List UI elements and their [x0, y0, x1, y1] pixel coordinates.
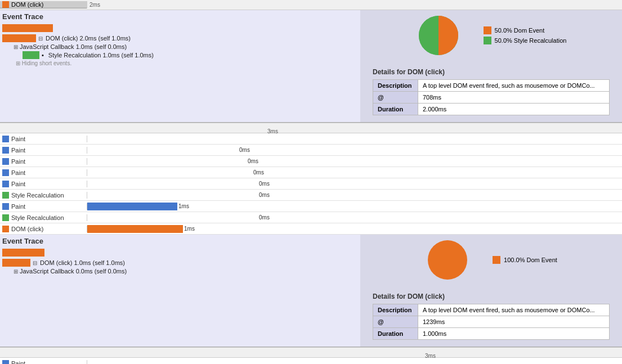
tl-label-text-1-3: Paint	[11, 169, 25, 176]
tl-color-1-5	[2, 192, 9, 199]
tl-label-text-1-0: Paint	[11, 136, 25, 142]
tl-bar-area-1-1: 0ms	[87, 145, 622, 155]
style-recalc-row-1: • Style Recalculation 1.0ms (self 1.0ms)	[23, 51, 358, 59]
bullet-1: •	[42, 52, 44, 59]
tl-row-2-0: Paint	[0, 358, 622, 364]
legend-color-orange-2	[493, 256, 500, 264]
details-table-2: Description A top level DOM event fired,…	[373, 304, 610, 340]
tl-bar-area-1-5: 0ms	[87, 190, 622, 200]
style-recalc-label-1: Style Recalculation 1.0ms (self 1.0ms)	[48, 52, 154, 59]
details-value-1-2: 2.000ms	[418, 103, 610, 115]
tl-color-1-0	[2, 136, 9, 142]
tl-row-1-4: Paint 0ms	[0, 178, 622, 190]
details-label-1-0: Description	[373, 79, 418, 91]
pie-area-2: 100.0% Dom Event	[425, 237, 557, 282]
legend-item-2-1: 100.0% Dom Event	[493, 256, 557, 264]
hiding-text-1: ⊞ Hiding short events.	[16, 60, 358, 66]
pie-chart-1	[416, 13, 461, 58]
details-section-2: Details for DOM (click) Description A to…	[366, 288, 616, 344]
event-trace-left-1: Event Trace ⊟ DOM (click) 2.0ms (self 1.…	[0, 10, 360, 122]
details-title-2: Details for DOM (click)	[373, 293, 610, 300]
legend-label-2-1: 100.0% Dom Event	[504, 257, 557, 263]
tl-bar-area-1-4: 0ms	[87, 178, 622, 189]
collapse-icon-1[interactable]: ⊟	[38, 35, 43, 42]
tl-bar-area-1-6: 1ms	[87, 201, 622, 212]
event-trace-left-2: Event Trace ⊟ DOM (click) 1.0ms (self 1.…	[0, 235, 360, 347]
tl-color-1-6	[2, 203, 9, 210]
hiding-icon-1: ⊞	[16, 60, 20, 66]
tl-color-1-1	[2, 147, 9, 154]
event-trace-right-1: 50.0% Dom Event 50.0% Style Recalculatio…	[360, 10, 622, 122]
top-bar-time-area: 2ms	[87, 2, 622, 8]
details-table-1: Description A top level DOM event fired,…	[373, 79, 610, 115]
tl-bar-area-1-2: 0ms	[87, 156, 622, 167]
details-label-1-1: @	[373, 91, 418, 103]
tl-dom-bar-1-8	[87, 225, 183, 233]
js-callback-label-1: JavaScript Callback 1.0ms (self 0.0ms)	[20, 43, 127, 50]
timeline-rows-2: 3ms Paint Paint 0ms	[0, 347, 622, 364]
pie-area-1: 50.0% Dom Event 50.0% Style Recalculatio…	[416, 13, 567, 58]
hiding-label-1: Hiding short events.	[22, 60, 71, 66]
legend-color-orange-1	[484, 26, 491, 34]
js-callback-label-2: JavaScript Callback 0.0ms (self 0.0ms)	[20, 268, 127, 275]
main-bar-1	[2, 24, 53, 32]
event-trace-title-1: Event Trace	[2, 12, 358, 21]
timeline-header-1: 3ms	[0, 123, 622, 133]
tl-label-2-0: Paint	[0, 360, 87, 365]
tl-color-1-4	[2, 181, 9, 187]
dom-event-row-2: ⊟ DOM (click) 1.0ms (self 1.0ms)	[2, 259, 358, 267]
tl-label-text-1-7: Style Recalculation	[11, 214, 64, 221]
tl-label-1-2: Paint	[0, 158, 87, 165]
tl-marker-1-8: 1ms	[184, 226, 195, 232]
pie-legend-1: 50.0% Dom Event 50.0% Style Recalculatio…	[484, 26, 567, 44]
collapse-icon-2[interactable]: ⊟	[33, 260, 37, 266]
details-row-2-1: @ 1239ms	[373, 316, 610, 327]
tl-bar-area-1-3: 0ms	[87, 167, 622, 178]
tl-row-1-3: Paint 0ms	[0, 167, 622, 178]
expand-icon-2[interactable]: ⊞	[14, 268, 18, 275]
dom-click-color-box	[2, 1, 9, 8]
legend-label-1-2: 50.0% Style Recalculation	[495, 37, 567, 44]
tl-row-1-2: Paint 0ms	[0, 156, 622, 167]
event-trace-title-2: Event Trace	[2, 237, 358, 245]
details-label-2-1: @	[373, 316, 418, 327]
tl-color-1-8	[2, 226, 9, 232]
tl-color-1-2	[2, 158, 9, 165]
tl-color-1-3	[2, 169, 9, 176]
expand-icon-1[interactable]: ⊞	[14, 44, 18, 50]
main-bar-row-1	[2, 24, 358, 32]
legend-label-1-1: 50.0% Dom Event	[495, 27, 545, 34]
tl-label-1-4: Paint	[0, 181, 87, 187]
tl-marker-1-3: 0ms	[253, 169, 264, 176]
legend-item-1-1: 50.0% Dom Event	[484, 26, 567, 34]
tl-label-text-1-2: Paint	[11, 158, 25, 165]
dom-bar-1	[2, 34, 36, 42]
pie-chart-2	[425, 237, 470, 282]
details-row-1-1: @ 708ms	[373, 91, 610, 103]
style-recalc-bar-1	[23, 51, 39, 59]
tl-marker-1-4: 0ms	[259, 181, 270, 187]
main-bar-row-2	[2, 249, 358, 257]
tl-label-1-6: Paint	[0, 203, 87, 210]
tl-color-2-0	[2, 360, 9, 365]
top-bar: DOM (click) 2ms	[0, 0, 622, 10]
js-callback-row-2: ⊞ JavaScript Callback 0.0ms (self 0.0ms)	[14, 268, 358, 275]
tl-bar-area-1-0	[87, 133, 622, 144]
tl-label-text-1-8: DOM (click)	[11, 226, 43, 232]
tl-label-text-1-5: Style Recalculation	[11, 192, 64, 199]
tl-bar-area-1-7: 0ms	[87, 212, 622, 223]
top-bar-label: DOM (click)	[11, 1, 43, 8]
tl-marker-1-6: 1ms	[178, 203, 189, 209]
tl-marker-1-7: 0ms	[259, 214, 270, 221]
dom-event-label-2: DOM (click) 1.0ms (self 1.0ms)	[40, 259, 125, 266]
details-value-1-0: A top level DOM event fired, such as mou…	[418, 79, 610, 91]
main-bar-2	[2, 249, 44, 257]
details-value-2-0: A top level DOM event fired, such as mou…	[418, 304, 610, 316]
details-value-2-1: 1239ms	[418, 316, 610, 327]
pie-legend-2: 100.0% Dom Event	[493, 256, 557, 264]
details-row-2-2: Duration 1.000ms	[373, 327, 610, 339]
dom-event-label-1: DOM (click) 2.0ms (self 1.0ms)	[46, 35, 131, 42]
event-trace-right-2: 100.0% Dom Event Details for DOM (click)…	[360, 235, 622, 347]
tl-row-1-7: Style Recalculation 0ms	[0, 212, 622, 223]
details-label-1-2: Duration	[373, 103, 418, 115]
